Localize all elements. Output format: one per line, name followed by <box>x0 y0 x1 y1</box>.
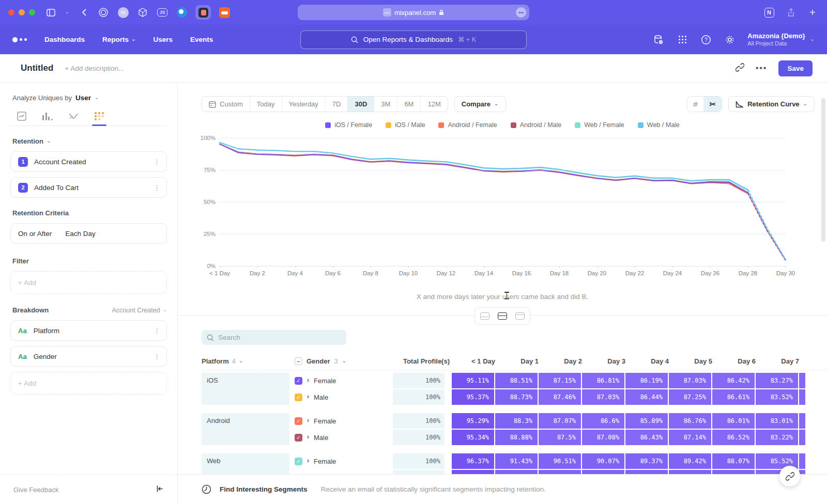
retention-value-cell[interactable]: 87.14% <box>669 430 711 445</box>
total-profiles-header[interactable]: Total Profile(s) <box>398 357 450 365</box>
back-icon[interactable] <box>78 6 90 19</box>
expand-row-icon[interactable]: › <box>307 417 309 424</box>
retention-value-cell[interactable]: 86.42% <box>712 373 755 388</box>
series-checkbox[interactable]: ✓ <box>295 393 302 401</box>
retention-value-cell[interactable]: 88.51% <box>495 373 538 388</box>
retention-value-cell[interactable]: 86.61% <box>712 389 755 405</box>
legend-item[interactable]: Web / Male <box>638 121 680 129</box>
retention-value-cell[interactable]: 88.73% <box>495 389 538 405</box>
copy-link-icon[interactable] <box>736 63 744 74</box>
retention-value-cell[interactable]: 88.07% <box>712 453 755 469</box>
breakdown-kebab-icon[interactable]: ⋮ <box>154 327 160 335</box>
chevron-down-icon[interactable]: ⌄ <box>64 6 70 19</box>
tab-icon-avatar[interactable]: m <box>117 6 129 19</box>
retention-value-cell[interactable]: 90.51% <box>539 453 581 469</box>
retention-value-cell[interactable]: 83.22% <box>756 430 798 445</box>
retention-value-cell[interactable]: 91.43% <box>495 453 538 469</box>
account-menu[interactable]: Amazonia {Demo} All Project Data ⌄ <box>747 32 815 48</box>
retention-value-cell[interactable]: 86.6% <box>582 413 624 429</box>
save-button[interactable]: Save <box>778 60 813 76</box>
step-kebab-icon[interactable]: ⋮ <box>154 158 160 166</box>
expand-row-icon[interactable]: › <box>307 393 309 400</box>
nav-users[interactable]: Users <box>153 36 173 43</box>
retention-value-cell[interactable]: 95.29% <box>452 413 494 429</box>
range-today[interactable]: Today <box>250 97 282 112</box>
retention-value-cell[interactable]: 95.11% <box>452 373 494 388</box>
help-icon[interactable]: ? <box>700 34 712 46</box>
nav-reports[interactable]: Reports⌄ <box>102 36 135 43</box>
expand-row-icon[interactable]: › <box>307 433 309 440</box>
legend-item[interactable]: iOS / Male <box>386 121 425 129</box>
retention-value-cell[interactable]: 86.43% <box>625 430 668 445</box>
retention-value-cell[interactable]: 86.19% <box>625 373 668 388</box>
gender-column-header[interactable]: − Gender 3 ⌄ <box>295 357 393 365</box>
tab-icon-cube[interactable] <box>136 6 149 19</box>
filter-add-button[interactable]: + Add <box>10 271 167 294</box>
day-column-header[interactable]: Day 6 <box>717 357 761 365</box>
day-column-header[interactable]: Day 5 <box>674 357 717 365</box>
retention-value-cell[interactable]: 87.25% <box>669 389 711 405</box>
close-window-button[interactable] <box>8 9 14 15</box>
retention-value-cell[interactable]: 87.03% <box>669 373 711 388</box>
retention-value-cell[interactable]: 86.44% <box>625 389 668 405</box>
day-column-header[interactable]: < 1 Day <box>457 357 500 365</box>
series-checkbox[interactable]: ✓ <box>295 377 302 385</box>
retention-criteria-card[interactable]: On or After Each Day <box>10 223 167 244</box>
step-kebab-icon[interactable]: ⋮ <box>154 184 160 192</box>
range-yesterday[interactable]: Yesterday <box>282 97 325 112</box>
breakdown-add-button[interactable]: + Add <box>10 372 167 395</box>
day-column-header[interactable]: Day 1 <box>500 357 544 365</box>
retention-value-cell[interactable]: 86.81% <box>582 373 624 388</box>
minimize-window-button[interactable] <box>19 9 25 15</box>
retention-value-cell[interactable]: 90.07% <box>582 453 624 469</box>
data-management-icon[interactable] <box>652 34 665 46</box>
more-options-icon[interactable]: ••• <box>756 64 768 73</box>
settings-gear-icon[interactable] <box>724 34 736 46</box>
day-column-header[interactable]: Day 7 <box>761 357 804 365</box>
platform-cell[interactable]: Android <box>202 413 289 445</box>
retention-value-cell[interactable]: 83.01% <box>756 413 798 429</box>
url-more-icon[interactable]: ••• <box>516 7 526 18</box>
tab-funnels-icon[interactable] <box>41 113 54 125</box>
expand-row-icon[interactable]: › <box>307 376 309 384</box>
retention-value-cell[interactable]: 87.07% <box>539 413 581 429</box>
retention-value-cell[interactable]: 87.46% <box>539 389 581 405</box>
tab-insights-icon[interactable] <box>16 113 28 125</box>
url-bar[interactable]: ••• mixpanel.com ••• <box>298 5 529 20</box>
tab-icon-globe[interactable] <box>176 6 188 19</box>
sidebar-toggle-icon[interactable] <box>44 6 57 19</box>
legend-item[interactable]: Android / Female <box>438 121 497 129</box>
tab-icon-active-app[interactable] <box>195 5 211 20</box>
tab-icon-soundcloud[interactable] <box>218 6 231 19</box>
series-checkbox[interactable]: ✓ <box>295 434 302 442</box>
breakdown-card-platform[interactable]: Aa Platform ⋮ <box>10 320 167 341</box>
compare-button[interactable]: Compare⌄ <box>454 96 506 112</box>
criteria-on-or-after[interactable]: On or After <box>18 230 52 238</box>
breakdown-card-gender[interactable]: Aa Gender ⋮ <box>10 346 167 367</box>
range-custom[interactable]: Custom <box>202 97 250 112</box>
retention-value-cell[interactable]: 88.3% <box>495 413 538 429</box>
range-12m[interactable]: 12M <box>420 97 447 112</box>
segments-title[interactable]: Find Interesting Segments <box>220 485 308 493</box>
retention-value-cell[interactable]: 85.89% <box>625 413 668 429</box>
retention-value-cell[interactable]: 86.76% <box>669 413 711 429</box>
series-checkbox[interactable]: ✓ <box>295 417 302 425</box>
vertical-scrollbar[interactable] <box>821 98 825 242</box>
retention-section-label[interactable]: Retention <box>12 137 43 145</box>
table-search-input[interactable]: Search <box>202 330 346 345</box>
legend-item[interactable]: iOS / Female <box>325 121 372 129</box>
range-30d[interactable]: 30D <box>347 97 374 112</box>
range-7d[interactable]: 7D <box>325 97 348 112</box>
retention-value-cell[interactable]: 83.52% <box>756 389 798 405</box>
retention-value-cell[interactable]: 83.27% <box>756 373 798 388</box>
breakdown-target-dropdown[interactable]: Account Created ⌄ <box>112 307 167 314</box>
legend-item[interactable]: Android / Male <box>511 121 562 129</box>
nav-dashboards[interactable]: Dashboards <box>44 36 85 43</box>
retention-value-cell[interactable]: 86.52% <box>712 430 755 445</box>
retention-value-cell[interactable]: 96.37% <box>452 453 494 469</box>
share-icon[interactable] <box>785 6 797 19</box>
day-column-header[interactable]: Day 2 <box>544 357 587 365</box>
annotations-toggle-icon[interactable]: # <box>687 97 703 112</box>
retention-value-cell[interactable]: 87.5% <box>539 430 581 445</box>
retention-value-cell[interactable]: 87.03% <box>582 389 624 405</box>
